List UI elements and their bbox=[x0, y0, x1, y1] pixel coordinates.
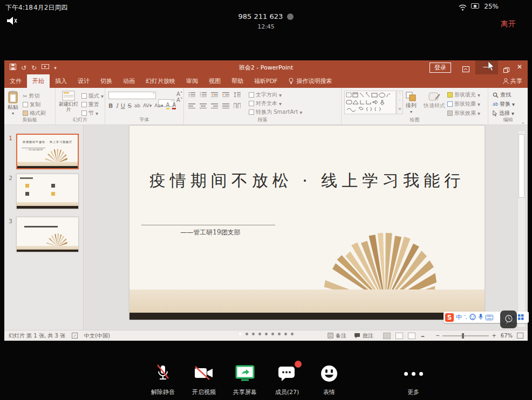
change-case-button[interactable]: Aa▾ bbox=[154, 103, 163, 108]
slide-thumbnail-1[interactable]: 疫情期间不放松 · 线上学习我能行 ——管工研19团支部 bbox=[16, 134, 79, 169]
share-screen-button[interactable]: 共享屏幕 bbox=[224, 363, 265, 396]
bullets-icon[interactable] bbox=[188, 92, 195, 97]
toolbox-grid-icon[interactable] bbox=[518, 312, 524, 322]
section-button[interactable]: 节▾ bbox=[81, 109, 104, 117]
tab-home[interactable]: 开始 bbox=[27, 74, 50, 88]
clock: 下午4:18 bbox=[5, 3, 33, 12]
emoji-button[interactable]: 表情 bbox=[309, 363, 350, 396]
sign-in-button[interactable]: 登录 bbox=[429, 63, 451, 73]
tab-view[interactable]: 视图 bbox=[203, 74, 226, 88]
vertical-scrollbar[interactable] bbox=[517, 130, 526, 328]
unmute-button[interactable]: 解除静音 bbox=[142, 363, 183, 396]
group-slides: 新建幻灯片 版式▾ 重置 节▾ 幻灯片 bbox=[56, 88, 105, 125]
increase-indent-icon[interactable] bbox=[222, 92, 229, 97]
format-painter-button[interactable]: 格式刷 bbox=[23, 109, 46, 117]
decrease-indent-icon[interactable] bbox=[211, 92, 218, 97]
group-paragraph: 文字方向▾ 对齐文本▾ 转换为 SmartArt▾ 段落 bbox=[184, 88, 342, 125]
collapse-ribbon-icon[interactable]: ⌃ bbox=[521, 122, 525, 127]
leave-button[interactable]: 离开 bbox=[501, 19, 516, 29]
tab-review[interactable]: 审阅 bbox=[181, 74, 203, 88]
members-badge bbox=[295, 361, 302, 368]
group-font: B I U S ab AV▾ Aa▾ A A A˄A˅ 字体 bbox=[105, 88, 184, 125]
chinese-mode-icon[interactable]: 中 bbox=[456, 314, 462, 320]
justify-icon[interactable] bbox=[222, 103, 229, 108]
highlight-color-button[interactable]: A bbox=[166, 102, 170, 109]
scrollbar-thumb[interactable] bbox=[519, 134, 524, 198]
cut-button[interactable]: ✂剪切 bbox=[23, 92, 46, 100]
smartart-button[interactable]: 转换为 SmartArt▾ bbox=[249, 108, 302, 116]
quick-styles-button[interactable]: 快速样式 bbox=[424, 91, 445, 109]
close-button[interactable]: ✕ bbox=[511, 63, 528, 71]
align-left-icon[interactable] bbox=[188, 103, 195, 108]
group-label-slides: 幻灯片 bbox=[56, 116, 105, 123]
restore-button[interactable] bbox=[503, 65, 509, 75]
align-center-icon[interactable] bbox=[200, 103, 207, 108]
group-clipboard: 粘贴▾ ✂剪切 复制 格式刷 剪贴板 bbox=[4, 88, 56, 125]
shape-fill-button[interactable]: 形状填充▾ bbox=[447, 91, 480, 99]
char-spacing-button[interactable]: AV▾ bbox=[143, 103, 152, 108]
tab-help[interactable]: 帮助 bbox=[226, 74, 249, 88]
voice-input-icon[interactable] bbox=[478, 312, 483, 322]
font-color-button[interactable]: A bbox=[172, 102, 176, 109]
copy-icon bbox=[23, 102, 28, 107]
select-button[interactable]: 选择 ▾ bbox=[493, 109, 515, 117]
keyboard-icon[interactable] bbox=[486, 312, 493, 322]
emoji-input-icon[interactable] bbox=[469, 312, 476, 322]
numbering-icon[interactable] bbox=[200, 92, 207, 97]
paste-icon bbox=[8, 91, 18, 104]
more-button[interactable]: 更多 bbox=[393, 363, 434, 396]
align-text-button[interactable]: 对齐文本▾ bbox=[249, 100, 302, 107]
meeting-id[interactable]: 985 211 623 bbox=[0, 12, 532, 20]
shape-gallery-scroll[interactable]: ˄˅≡ bbox=[397, 91, 403, 114]
line-spacing-icon[interactable] bbox=[234, 92, 241, 97]
ribbon-display-icon[interactable] bbox=[462, 64, 469, 74]
copy-button[interactable]: 复制 bbox=[23, 101, 46, 108]
bold-button[interactable]: B bbox=[108, 102, 113, 109]
tab-animations[interactable]: 动画 bbox=[118, 74, 140, 88]
arrange-button[interactable]: 排列▾ bbox=[405, 91, 417, 114]
new-slide-icon bbox=[62, 91, 75, 101]
sogou-logo[interactable]: S bbox=[445, 313, 454, 322]
columns-icon[interactable] bbox=[234, 103, 241, 108]
shape-outline-button[interactable]: 形状轮廓▾ bbox=[447, 100, 480, 108]
tell-me-box[interactable]: 操作说明搜索 bbox=[283, 74, 337, 88]
shadow-button[interactable]: ab bbox=[134, 103, 140, 108]
layout-icon bbox=[81, 93, 87, 99]
punctuation-icon[interactable]: ’, bbox=[464, 315, 467, 320]
text-direction-button[interactable]: 文字方向▾ bbox=[249, 91, 302, 99]
assistive-touch-button[interactable] bbox=[500, 311, 517, 328]
shape-gallery[interactable] bbox=[344, 91, 396, 114]
slide-thumbnail-2[interactable] bbox=[16, 174, 79, 209]
tab-design[interactable]: 设计 bbox=[72, 74, 95, 88]
font-name-combo[interactable] bbox=[108, 92, 156, 99]
grow-shrink-font[interactable]: A˄A˅ bbox=[176, 91, 183, 103]
members-icon bbox=[276, 363, 298, 384]
italic-button[interactable]: I bbox=[115, 102, 118, 109]
shape-effects-icon bbox=[447, 111, 453, 116]
ipad-screen: 下午4:18 4月2日周四 985 211 623 12:45 25% 离开 ↺… bbox=[0, 0, 532, 400]
start-video-button[interactable]: 开启视频 bbox=[183, 363, 224, 396]
find-button[interactable]: 查找 bbox=[493, 91, 515, 99]
tab-insert[interactable]: 插入 bbox=[50, 74, 72, 88]
new-slide-button[interactable]: 新建幻灯片 bbox=[58, 91, 79, 113]
underline-button[interactable]: U bbox=[121, 102, 125, 109]
shape-effects-button[interactable]: 形状效果▾ bbox=[447, 109, 480, 117]
more-label: 更多 bbox=[393, 388, 434, 396]
align-right-icon[interactable] bbox=[211, 103, 218, 108]
tab-foxit-pdf[interactable]: 福昕PDF bbox=[249, 74, 283, 88]
tab-transitions[interactable]: 切换 bbox=[95, 74, 118, 88]
mouse-cursor bbox=[488, 61, 495, 73]
slide-thumbnail-3[interactable] bbox=[16, 217, 79, 252]
table-edge bbox=[129, 313, 485, 320]
tab-slideshow[interactable]: 幻灯片放映 bbox=[140, 74, 181, 88]
tab-file[interactable]: 文件 bbox=[4, 74, 27, 88]
reset-button[interactable]: 重置 bbox=[81, 101, 104, 108]
layout-button[interactable]: 版式▾ bbox=[81, 92, 104, 100]
thumbnail-number-2: 2 bbox=[9, 175, 15, 182]
paste-button[interactable]: 粘贴▾ bbox=[8, 91, 18, 116]
members-button[interactable]: 成员(27) bbox=[267, 363, 308, 396]
current-slide[interactable]: 疫情期间不放松 · 线上学习我能行 ——管工研19团支部 bbox=[129, 126, 485, 320]
share-button[interactable]: 共享 bbox=[497, 74, 528, 88]
strikethrough-button[interactable]: S bbox=[128, 102, 132, 109]
replace-button[interactable]: ab替换 ▾ bbox=[493, 100, 515, 108]
